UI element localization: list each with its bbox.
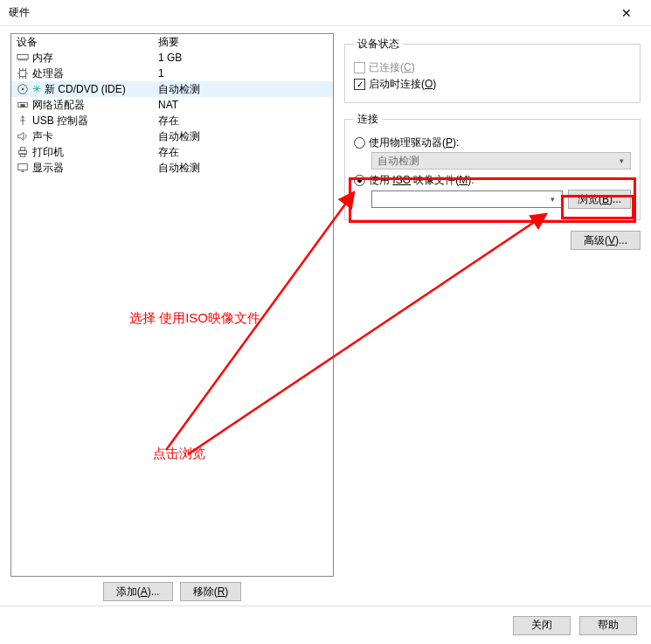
device-list-header: 设备 摘要	[11, 34, 333, 50]
device-row[interactable]: 声卡自动检测	[11, 128, 333, 144]
device-name: 显示器	[32, 161, 64, 176]
device-name: 处理器	[32, 66, 64, 81]
iso-file-row: ▾ 浏览(B)...	[371, 190, 631, 209]
window-close-button[interactable]: ✕	[609, 0, 644, 25]
add-button[interactable]: 添加(A)...	[103, 582, 173, 601]
iso-file-combo[interactable]: ▾	[371, 190, 563, 208]
device-row[interactable]: 显示器自动检测	[11, 160, 333, 176]
advanced-button[interactable]: 高级(V)...	[571, 231, 641, 250]
use-physical-row[interactable]: 使用物理驱动器(P):	[354, 135, 631, 150]
usb-icon	[17, 114, 29, 127]
connected-label: 已连接(C)	[369, 60, 415, 75]
connected-row[interactable]: 已连接(C)	[354, 60, 631, 75]
advanced-row: 高级(V)...	[344, 231, 641, 250]
cpu-icon	[17, 67, 29, 80]
device-row[interactable]: 内存1 GB	[11, 50, 333, 66]
connect-at-power-on-checkbox[interactable]: ✓	[354, 79, 365, 90]
physical-drive-combo-row: 自动检测 ▾	[371, 152, 631, 170]
header-device: 设备	[17, 35, 155, 50]
device-row[interactable]: 网络适配器NAT	[11, 97, 333, 113]
use-iso-label: 使用 ISO 映像文件(M):	[369, 173, 474, 188]
device-summary: 存在	[155, 145, 328, 160]
display-icon	[17, 162, 29, 174]
device-row[interactable]: 打印机存在	[11, 144, 333, 160]
header-summary: 摘要	[155, 35, 328, 50]
device-summary: NAT	[155, 99, 328, 111]
svg-rect-0	[17, 55, 28, 59]
right-column: 设备状态 已连接(C) ✓ 启动时连接(O) 连接	[344, 33, 641, 603]
device-list: 设备 摘要 内存1 GB处理器1✳新 CD/DVD (IDE)自动检测网络适配器…	[10, 33, 334, 577]
use-iso-radio[interactable]	[354, 175, 365, 186]
connected-checkbox[interactable]	[354, 62, 365, 73]
printer-icon	[17, 146, 29, 158]
device-name: 新 CD/DVD (IDE)	[45, 82, 126, 97]
device-summary: 自动检测	[155, 161, 328, 176]
device-summary: 1	[155, 67, 328, 80]
device-name: 网络适配器	[32, 98, 85, 113]
connect-at-power-on-label: 启动时连接(O)	[369, 77, 436, 92]
new-icon: ✳	[32, 83, 41, 95]
left-column: 设备 摘要 内存1 GB处理器1✳新 CD/DVD (IDE)自动检测网络适配器…	[10, 33, 334, 603]
memory-icon	[17, 52, 29, 64]
device-row[interactable]: ✳新 CD/DVD (IDE)自动检测	[11, 81, 333, 97]
svg-rect-7	[20, 148, 24, 151]
use-physical-radio[interactable]	[354, 137, 365, 149]
connection-legend: 连接	[354, 112, 382, 127]
use-iso-row[interactable]: 使用 ISO 映像文件(M):	[354, 173, 631, 188]
device-name: 声卡	[32, 129, 53, 144]
help-button[interactable]: 帮助	[579, 616, 637, 635]
connection-group: 连接 使用物理驱动器(P): 自动检测 ▾ 使用 ISO	[344, 112, 641, 220]
svg-rect-9	[18, 164, 28, 170]
svg-rect-5	[20, 104, 24, 107]
device-name: 内存	[32, 51, 53, 66]
device-row[interactable]: USB 控制器存在	[11, 113, 333, 128]
dialog-body: 设备 摘要 内存1 GB处理器1✳新 CD/DVD (IDE)自动检测网络适配器…	[0, 26, 651, 603]
device-summary: 1 GB	[155, 52, 328, 64]
chevron-down-icon: ▾	[546, 195, 560, 204]
device-name: 打印机	[32, 145, 64, 160]
close-button[interactable]: 关闭	[513, 616, 571, 635]
svg-rect-1	[20, 71, 26, 77]
chevron-down-icon: ▾	[614, 156, 628, 165]
physical-drive-combo[interactable]: 自动检测 ▾	[371, 152, 631, 170]
device-row[interactable]: 处理器1	[11, 66, 333, 81]
window-title: 硬件	[9, 5, 609, 20]
device-status-legend: 设备状态	[354, 37, 403, 52]
titlebar: 硬件 ✕	[0, 0, 651, 26]
disc-icon	[17, 83, 29, 95]
device-buttons: 添加(A)... 移除(R)	[10, 582, 334, 603]
browse-button[interactable]: 浏览(B)...	[568, 190, 631, 209]
use-physical-label: 使用物理驱动器(P):	[369, 135, 459, 150]
device-name: USB 控制器	[32, 114, 88, 128]
remove-button[interactable]: 移除(R)	[180, 582, 242, 601]
dialog-footer: 关闭 帮助	[0, 606, 651, 644]
svg-point-3	[22, 88, 24, 91]
device-status-group: 设备状态 已连接(C) ✓ 启动时连接(O)	[344, 37, 641, 103]
connect-at-power-on-row[interactable]: ✓ 启动时连接(O)	[354, 77, 631, 92]
device-summary: 自动检测	[155, 82, 328, 97]
device-summary: 自动检测	[155, 129, 328, 144]
device-summary: 存在	[155, 114, 328, 128]
sound-icon	[17, 130, 29, 142]
net-icon	[17, 99, 29, 111]
